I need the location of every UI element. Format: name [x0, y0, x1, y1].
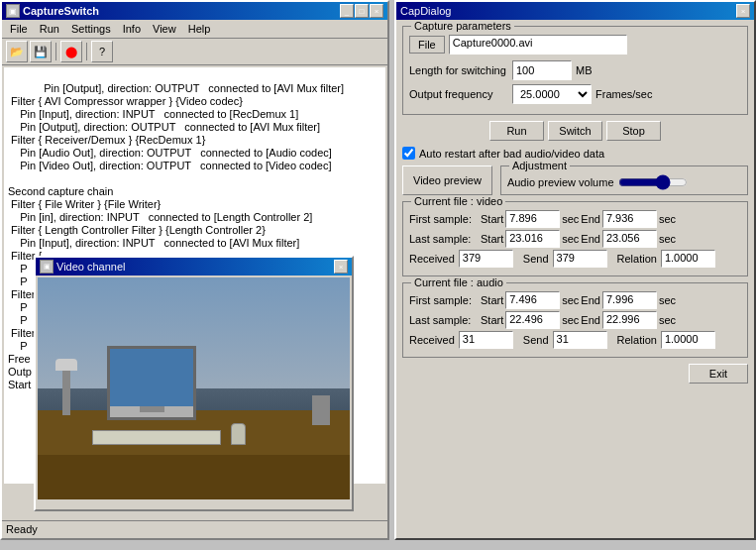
help-btn[interactable]: ? — [91, 41, 113, 62]
video-first-sec1: sec — [562, 213, 579, 225]
length-label: Length for switching — [409, 64, 508, 76]
video-last-label: Last sample: — [409, 233, 479, 245]
mouse — [231, 423, 246, 445]
video-relation-label: Relation — [617, 253, 657, 265]
auto-restart-checkbox[interactable] — [402, 147, 415, 160]
menu-info[interactable]: Info — [117, 21, 147, 37]
video-last-sec2: sec — [659, 233, 676, 245]
exit-button[interactable]: Exit — [689, 364, 748, 384]
menu-bar: File Run Settings Info View Help — [2, 20, 387, 39]
audio-last-sec1: sec — [562, 314, 579, 326]
monitor-screen — [110, 349, 193, 406]
lamp-shade — [55, 359, 77, 371]
maximize-btn[interactable]: □ — [355, 4, 369, 18]
menu-settings[interactable]: Settings — [65, 21, 117, 37]
audio-first-end-text: End — [581, 294, 600, 306]
video-icon: ▣ — [40, 260, 54, 274]
filename-input[interactable]: Capture0000.avi — [449, 35, 627, 55]
audio-send-val: 31 — [553, 331, 607, 349]
file-row: File Capture0000.avi — [409, 35, 741, 55]
video-first-row: First sample: Start 7.896 sec End 7.936 … — [409, 210, 741, 228]
video-last-end-val: 23.056 — [602, 230, 657, 248]
freq-row: Output frequency 25.0000 30.0000 29.9700… — [409, 84, 741, 104]
menu-run[interactable]: Run — [34, 21, 65, 37]
audio-volume-slider[interactable] — [618, 174, 688, 190]
audio-last-end-val: 22.996 — [602, 311, 657, 329]
video-send-label: Send — [523, 253, 549, 265]
video-first-start-text: Start — [481, 213, 503, 225]
audio-relation-val: 1.0000 — [661, 331, 715, 349]
video-received-label: Received — [409, 253, 455, 265]
freq-label: Output frequency — [409, 88, 508, 100]
video-last-sec1: sec — [562, 233, 579, 245]
audio-send-label: Send — [523, 334, 549, 346]
audio-last-start-text: Start — [481, 314, 503, 326]
video-last-end-text: End — [581, 233, 600, 245]
video-last-start-val: 23.016 — [505, 230, 560, 248]
video-first-sec2: sec — [659, 213, 676, 225]
item-right — [312, 395, 330, 425]
toolbar-separator — [55, 43, 56, 60]
menu-file[interactable]: File — [4, 21, 34, 37]
video-first-end-val: 7.936 — [602, 210, 657, 228]
monitor-body — [107, 346, 196, 420]
preview-adj-row: Video preview Adjustment Audio preview v… — [402, 165, 748, 195]
adjustment-label: Adjustment — [509, 160, 570, 171]
video-first-start-val: 7.896 — [505, 210, 560, 228]
cap-dialog-body: Capture parameters File Capture0000.avi … — [396, 20, 754, 389]
capture-switch-title: CaptureSwitch — [23, 5, 99, 17]
stop-button[interactable]: Stop — [606, 121, 661, 141]
close-btn[interactable]: × — [370, 4, 383, 18]
menu-view[interactable]: View — [147, 21, 182, 37]
app-icon: ▣ — [6, 4, 20, 18]
auto-restart-row: Auto restart after bad audio/video data — [402, 147, 748, 160]
file-tab[interactable]: File — [409, 36, 445, 54]
capture-switch-titlebar: ▣ CaptureSwitch _ □ × — [2, 2, 387, 20]
toolbar: 📂 💾 ⬤ ? — [2, 39, 387, 65]
record-btn[interactable]: ⬤ — [60, 41, 82, 62]
status-bar: Ready — [2, 520, 387, 538]
save-btn[interactable]: 💾 — [30, 41, 52, 62]
audio-preview-label: Audio preview volume — [507, 176, 614, 188]
cap-dialog-title: CapDialog — [400, 5, 451, 17]
audio-first-row: First sample: Start 7.496 sec End 7.996 … — [409, 291, 741, 309]
current-video-label: Current file : video — [411, 195, 505, 207]
minimize-btn[interactable]: _ — [340, 4, 354, 18]
video-first-label: First sample: — [409, 213, 479, 225]
video-relation-val: 1.0000 — [661, 250, 715, 268]
audio-first-start-val: 7.496 — [505, 291, 560, 309]
auto-restart-label: Auto restart after bad audio/video data — [419, 148, 604, 160]
video-preview-area — [38, 277, 350, 499]
video-titlebar: ▣ Video channel × — [36, 258, 352, 275]
video-scene — [38, 277, 350, 499]
video-first-end-text: End — [581, 213, 600, 225]
freq-select[interactable]: 25.0000 30.0000 29.9700 — [512, 84, 592, 104]
length-unit: MB — [576, 64, 593, 76]
audio-first-sec2: sec — [659, 294, 676, 306]
capture-params-label: Capture parameters — [411, 20, 514, 32]
switch-button[interactable]: Switch — [548, 121, 602, 141]
video-preview-button[interactable]: Video preview — [402, 165, 492, 195]
menu-help[interactable]: Help — [182, 21, 217, 37]
length-input[interactable] — [512, 60, 572, 80]
audio-received-val: 31 — [459, 331, 513, 349]
video-close-btn[interactable]: × — [334, 260, 348, 274]
cap-dialog-close-btn[interactable]: × — [736, 4, 750, 18]
keyboard — [92, 430, 221, 445]
video-received-val: 379 — [459, 250, 513, 268]
audio-last-start-val: 22.496 — [505, 311, 560, 329]
audio-last-end-text: End — [581, 314, 600, 326]
current-audio-label: Current file : audio — [411, 276, 506, 288]
audio-last-sec2: sec — [659, 314, 676, 326]
current-video-group: Current file : video First sample: Start… — [402, 201, 748, 276]
monitor-base — [140, 406, 164, 412]
video-title: Video channel — [56, 261, 126, 273]
audio-relation-label: Relation — [617, 334, 657, 346]
freq-unit: Frames/sec — [595, 88, 652, 100]
run-button[interactable]: Run — [489, 121, 544, 141]
audio-first-sec1: sec — [562, 294, 579, 306]
audio-first-end-val: 7.996 — [602, 291, 657, 309]
adjustment-group: Adjustment Audio preview volume — [500, 165, 748, 195]
audio-last-row: Last sample: Start 22.496 sec End 22.996… — [409, 311, 741, 329]
open-btn[interactable]: 📂 — [6, 41, 28, 62]
